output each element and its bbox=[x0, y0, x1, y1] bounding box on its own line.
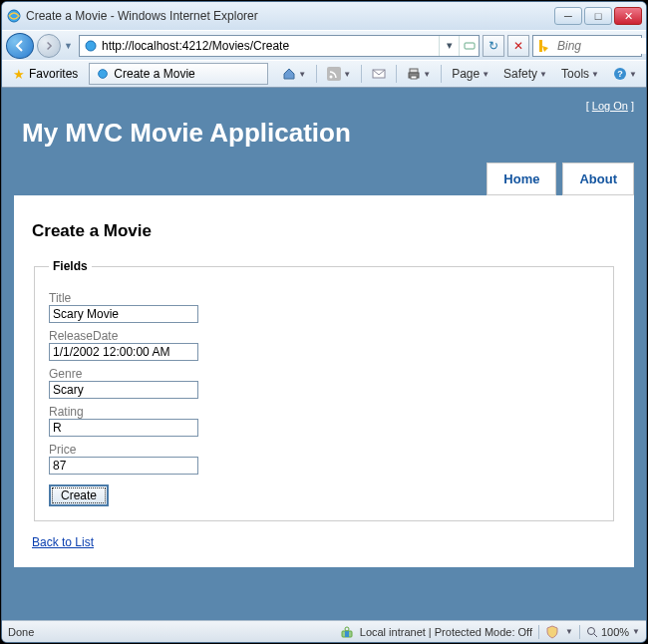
window-buttons: ─ □ ✕ bbox=[554, 7, 642, 25]
page-body: [ Log On ] My MVC Movie Application Home… bbox=[2, 88, 646, 620]
dropdown-icon: ▼ bbox=[482, 70, 489, 79]
print-dropdown-icon: ▼ bbox=[423, 70, 431, 79]
print-icon bbox=[407, 67, 421, 81]
bing-icon bbox=[536, 38, 552, 54]
title-bar: Create a Movie - Windows Internet Explor… bbox=[2, 2, 646, 30]
print-button[interactable]: ▼ bbox=[401, 63, 437, 85]
search-bar bbox=[532, 35, 642, 57]
separator bbox=[316, 65, 317, 83]
ie-logo-icon bbox=[6, 8, 22, 24]
tools-menu[interactable]: Tools ▼ bbox=[555, 63, 605, 85]
svg-line-19 bbox=[594, 634, 597, 637]
separator bbox=[361, 65, 362, 83]
nav-about[interactable]: About bbox=[562, 162, 634, 195]
help-button[interactable]: ? ▼ bbox=[607, 63, 643, 85]
viewport: [ Log On ] My MVC Movie Application Home… bbox=[2, 87, 646, 620]
nav-home[interactable]: Home bbox=[486, 162, 556, 195]
separator bbox=[538, 625, 539, 639]
recent-pages-dropdown[interactable]: ▼ bbox=[64, 41, 76, 51]
dropdown-icon: ▼ bbox=[539, 70, 547, 79]
home-button[interactable]: ▼ bbox=[276, 63, 312, 85]
search-input[interactable] bbox=[555, 38, 647, 54]
address-dropdown[interactable]: ▾ bbox=[439, 36, 459, 56]
dropdown-icon: ▼ bbox=[629, 70, 637, 79]
safety-menu[interactable]: Safety ▼ bbox=[497, 63, 553, 85]
favorites-bar: ★ Favorites Create a Movie bbox=[2, 61, 272, 87]
input-rating[interactable] bbox=[49, 419, 198, 437]
create-button[interactable]: Create bbox=[49, 484, 109, 506]
refresh-button[interactable]: ↻ bbox=[483, 35, 504, 57]
protected-mode-icon[interactable] bbox=[545, 625, 559, 639]
zoom-level: 100% bbox=[601, 626, 629, 638]
svg-rect-10 bbox=[410, 69, 418, 73]
svg-rect-3 bbox=[539, 40, 542, 52]
browser-tab[interactable]: Create a Movie bbox=[89, 63, 268, 85]
dropdown-icon: ▼ bbox=[591, 70, 599, 79]
svg-point-8 bbox=[330, 76, 333, 79]
home-icon bbox=[282, 67, 296, 81]
input-genre[interactable] bbox=[49, 381, 198, 399]
feeds-dropdown-icon: ▼ bbox=[343, 70, 351, 79]
address-input[interactable] bbox=[102, 36, 439, 56]
favorites-label: Favorites bbox=[29, 67, 78, 81]
separator bbox=[396, 65, 397, 83]
window-title: Create a Movie - Windows Internet Explor… bbox=[26, 9, 554, 23]
tab-label: Create a Movie bbox=[114, 67, 194, 81]
star-icon: ★ bbox=[13, 67, 25, 82]
svg-rect-2 bbox=[465, 43, 475, 49]
back-to-list-link[interactable]: Back to List bbox=[32, 535, 94, 549]
svg-rect-16 bbox=[345, 631, 349, 637]
app-title: My MVC Movie Application bbox=[22, 118, 634, 149]
ie-window: Create a Movie - Windows Internet Explor… bbox=[1, 1, 647, 643]
svg-rect-12 bbox=[411, 76, 417, 79]
separator bbox=[441, 65, 442, 83]
svg-point-18 bbox=[587, 627, 594, 634]
tools-menu-label: Tools bbox=[561, 67, 589, 81]
command-bar: ▼ ▼ ▼ Page ▼ Safety ▼ bbox=[272, 61, 647, 87]
feeds-button[interactable]: ▼ bbox=[321, 63, 357, 85]
mail-icon bbox=[372, 67, 386, 81]
nav-bar: ▼ ▾ ↻ ✕ bbox=[2, 30, 646, 60]
page-heading: Create a Movie bbox=[32, 221, 616, 241]
fieldset-legend: Fields bbox=[49, 259, 92, 273]
page-menu[interactable]: Page ▼ bbox=[446, 63, 495, 85]
tabs-command-row: ★ Favorites Create a Movie ▼ ▼ bbox=[2, 60, 646, 87]
safety-menu-label: Safety bbox=[503, 67, 537, 81]
address-bar: ▾ bbox=[79, 35, 480, 57]
input-title[interactable] bbox=[49, 305, 198, 323]
dropdown-icon: ▼ bbox=[632, 627, 640, 636]
read-mail-button[interactable] bbox=[366, 63, 392, 85]
dropdown-icon[interactable]: ▼ bbox=[565, 627, 573, 636]
input-releasedate[interactable] bbox=[49, 343, 198, 361]
back-button[interactable] bbox=[6, 33, 34, 59]
zone-text: Local intranet | Protected Mode: Off bbox=[360, 626, 532, 638]
tab-page-icon bbox=[96, 67, 110, 81]
maximize-button[interactable]: □ bbox=[584, 7, 612, 25]
fields-fieldset: Fields Title ReleaseDate Genre Rating Pr… bbox=[34, 259, 614, 521]
help-icon: ? bbox=[613, 67, 627, 81]
svg-text:?: ? bbox=[617, 69, 623, 79]
svg-point-1 bbox=[86, 41, 96, 51]
favorites-button[interactable]: ★ Favorites bbox=[6, 63, 85, 85]
label-title: Title bbox=[49, 291, 599, 305]
feeds-icon bbox=[327, 67, 341, 81]
zoom-control[interactable]: 100% ▼ bbox=[586, 626, 640, 638]
forward-button[interactable] bbox=[37, 34, 61, 58]
logon-area: [ Log On ] bbox=[14, 100, 634, 112]
stop-button[interactable]: ✕ bbox=[507, 35, 529, 57]
svg-point-6 bbox=[99, 70, 108, 79]
minimize-button[interactable]: ─ bbox=[554, 7, 582, 25]
close-button[interactable]: ✕ bbox=[614, 7, 642, 25]
status-bar: Done Local intranet | Protected Mode: Of… bbox=[2, 620, 646, 642]
home-dropdown-icon: ▼ bbox=[298, 70, 306, 79]
zoom-icon bbox=[586, 626, 598, 638]
label-price: Price bbox=[49, 443, 599, 457]
zone-icon bbox=[340, 625, 354, 639]
compat-view-button[interactable] bbox=[459, 36, 479, 56]
separator bbox=[579, 625, 580, 639]
input-price[interactable] bbox=[49, 457, 198, 475]
content-panel: Create a Movie Fields Title ReleaseDate … bbox=[14, 195, 634, 567]
label-releasedate: ReleaseDate bbox=[49, 329, 599, 343]
logon-link[interactable]: Log On bbox=[592, 100, 628, 112]
status-text: Done bbox=[8, 626, 34, 638]
